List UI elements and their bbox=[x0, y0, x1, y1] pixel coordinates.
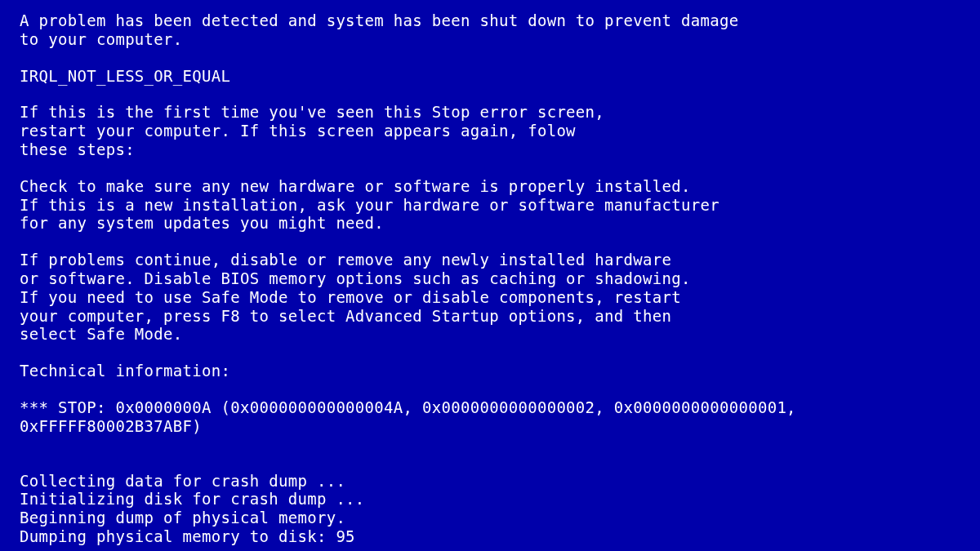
bsod-dump-status: Collecting data for crash dump ... Initi… bbox=[20, 472, 960, 546]
bsod-error-code: IRQL_NOT_LESS_OR_EQUAL bbox=[20, 67, 960, 86]
bsod-first-time-instructions: If this is the first time you've seen th… bbox=[20, 103, 960, 158]
bsod-header: A problem has been detected and system h… bbox=[20, 11, 960, 49]
bsod-if-problems-continue: If problems continue, disable or remove … bbox=[20, 251, 960, 344]
bsod-technical-info-label: Technical information: bbox=[20, 362, 960, 380]
bsod-stop-code: *** STOP: 0x0000000A (0x000000000000004A… bbox=[20, 398, 960, 436]
bsod-check-hardware: Check to make sure any new hardware or s… bbox=[20, 177, 960, 233]
bsod-spacer bbox=[20, 436, 960, 454]
bsod-spacer bbox=[20, 454, 960, 472]
